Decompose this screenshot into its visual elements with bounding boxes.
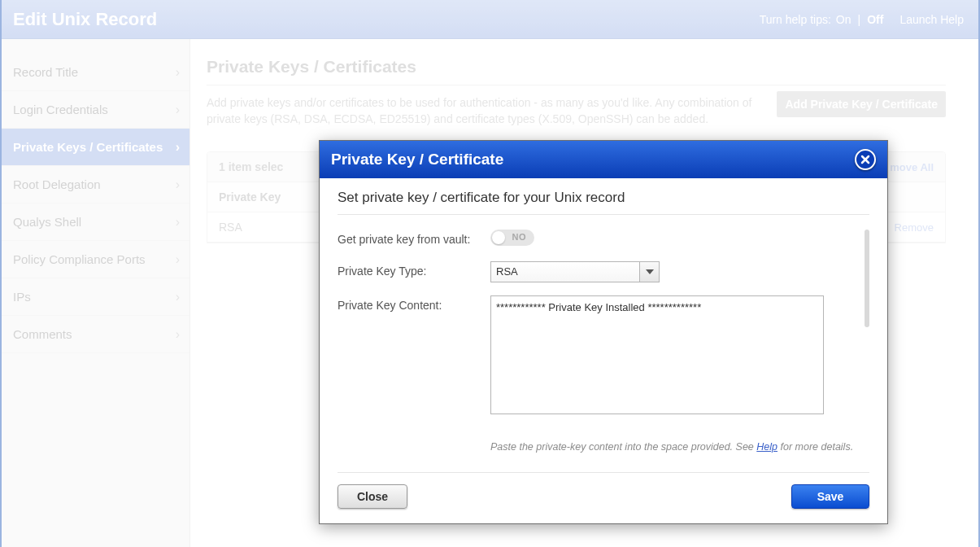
save-button[interactable]: Save xyxy=(791,484,869,509)
sidebar-item-comments[interactable]: Comments › xyxy=(2,316,189,353)
sidebar-item-ips[interactable]: IPs › xyxy=(2,278,189,316)
chevron-right-icon: › xyxy=(176,215,180,230)
row-type: Private Key Type: RSA xyxy=(338,261,858,282)
chevron-right-icon: › xyxy=(176,252,180,267)
sidebar-item-label: IPs xyxy=(13,290,31,304)
modal-subtitle: Set private key / certificate for your U… xyxy=(338,190,869,215)
select-value: RSA xyxy=(496,265,518,278)
close-button[interactable]: Close xyxy=(338,484,407,509)
chevron-right-icon: › xyxy=(176,290,180,304)
chevron-down-icon xyxy=(639,262,659,282)
hint-pre: Paste the private-key content into the s… xyxy=(490,441,756,453)
header-title: Edit Unix Record xyxy=(13,9,157,30)
modal-title: Private Key / Certificate xyxy=(331,151,503,168)
modal-footer: Close Save xyxy=(338,472,869,523)
sidebar-item-label: Qualys Shell xyxy=(13,215,81,229)
sidebar-item-label: Comments xyxy=(13,327,72,341)
sidebar-item-label: Root Delegation xyxy=(13,177,101,191)
private-key-modal: Private Key / Certificate Set private ke… xyxy=(319,140,888,524)
toggle-text: NO xyxy=(512,232,527,242)
sidebar-item-record-title[interactable]: Record Title › xyxy=(2,54,189,91)
row-actions: Remove xyxy=(895,221,934,234)
sidebar-item-root-delegation[interactable]: Root Delegation › xyxy=(2,166,189,203)
remove-all-link[interactable]: move All xyxy=(890,161,934,173)
key-content-textarea[interactable] xyxy=(490,295,824,414)
chevron-right-icon: › xyxy=(176,140,180,155)
pipe: | xyxy=(858,13,861,26)
sidebar-item-label: Record Title xyxy=(13,65,78,79)
row-vault: Get private key from vault: NO xyxy=(338,230,858,248)
scrollbar[interactable] xyxy=(865,230,869,327)
page-description: Add private keys and/or certificates to … xyxy=(207,95,776,127)
type-label: Private Key Type: xyxy=(338,261,490,278)
page-title: Private Keys / Certificates xyxy=(207,57,946,85)
content-label: Private Key Content: xyxy=(338,295,490,312)
remove-link[interactable]: Remove xyxy=(895,221,934,234)
header-right: Turn help tips: On | Off Launch Help xyxy=(760,13,964,26)
sidebar-item-label: Login Credentials xyxy=(13,103,108,116)
help-link[interactable]: Help xyxy=(756,441,777,453)
sidebar-item-login-credentials[interactable]: Login Credentials › xyxy=(2,91,189,129)
vault-toggle[interactable]: NO xyxy=(490,230,534,246)
modal-header: Private Key / Certificate xyxy=(320,141,887,178)
chevron-right-icon: › xyxy=(176,327,180,342)
chevron-right-icon: › xyxy=(176,177,180,192)
app-header: Edit Unix Record Turn help tips: On | Of… xyxy=(2,0,978,39)
help-tips-on[interactable]: On xyxy=(836,13,852,26)
close-icon xyxy=(860,155,870,164)
add-private-key-button[interactable]: Add Private Key / Certificate xyxy=(777,91,946,117)
row-content: Private Key Content: xyxy=(338,295,858,417)
hint-text: Paste the private-key content into the s… xyxy=(490,441,869,453)
hint-post: for more details. xyxy=(777,441,853,453)
chevron-right-icon: › xyxy=(176,103,180,117)
sidebar-item-policy-compliance-ports[interactable]: Policy Compliance Ports › xyxy=(2,241,189,278)
help-tips-off[interactable]: Off xyxy=(867,13,883,26)
chevron-right-icon: › xyxy=(176,65,180,80)
vault-label: Get private key from vault: xyxy=(338,230,490,246)
sidebar-item-label: Private Keys / Certificates xyxy=(13,140,163,154)
help-tips-label: Turn help tips: xyxy=(760,13,831,26)
sidebar-item-private-keys[interactable]: Private Keys / Certificates › xyxy=(2,129,189,166)
launch-help-link[interactable]: Launch Help xyxy=(899,13,964,26)
modal-body: Set private key / certificate for your U… xyxy=(320,178,887,457)
modal-close-button[interactable] xyxy=(855,149,876,170)
toggle-knob xyxy=(492,231,505,244)
sidebar-item-label: Policy Compliance Ports xyxy=(13,252,146,266)
sidebar: Record Title › Login Credentials › Priva… xyxy=(2,39,190,547)
sidebar-item-qualys-shell[interactable]: Qualys Shell › xyxy=(2,203,189,241)
key-type-select[interactable]: RSA xyxy=(490,261,660,282)
